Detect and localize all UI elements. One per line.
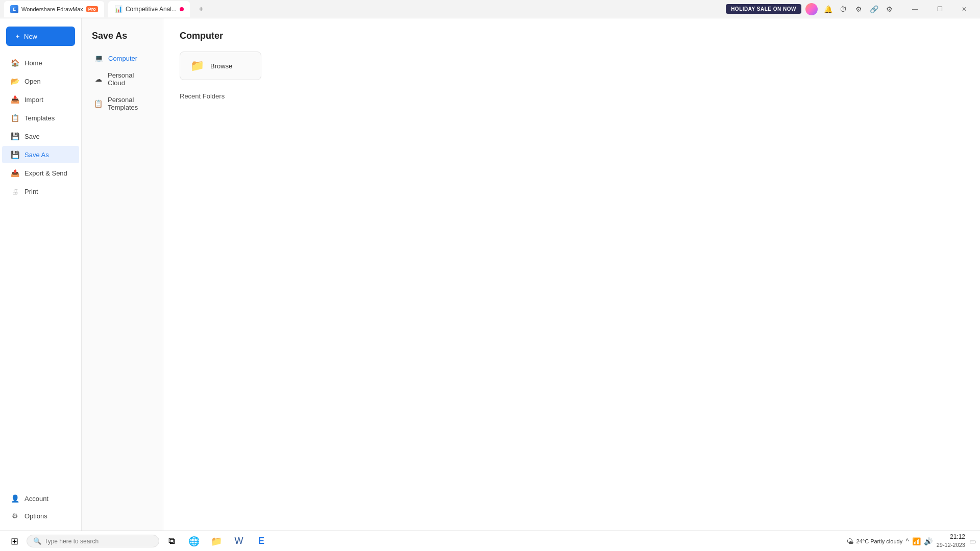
sidebar-item-export[interactable]: 📤 Export & Send bbox=[2, 164, 79, 182]
edge-icon: 🌐 bbox=[188, 536, 200, 547]
sidebar-label-account: Account bbox=[24, 495, 48, 503]
gear-icon[interactable]: ⚙ bbox=[852, 3, 865, 15]
sidebar-item-save-as[interactable]: 💾 Save As bbox=[2, 146, 79, 163]
secondary-sidebar: Save As 💻 Computer ☁ Personal Cloud 📋 Pe… bbox=[82, 18, 163, 531]
search-icon: 🔍 bbox=[33, 537, 41, 545]
bell-icon[interactable]: 🔔 bbox=[822, 3, 834, 15]
sidebar-label-templates: Templates bbox=[24, 114, 55, 122]
computer-icon: 💻 bbox=[94, 54, 103, 62]
weather-label: 24°C Partly cloudy bbox=[856, 538, 903, 544]
browse-label: Browse bbox=[210, 62, 232, 70]
settings-icon[interactable]: ⚙ bbox=[883, 3, 895, 15]
sidebar-bottom: 👤 Account ⚙ Options bbox=[0, 490, 81, 531]
new-button[interactable]: ＋ New bbox=[6, 27, 75, 46]
sidebar-nav: 🏠 Home 📂 Open 📥 Import 📋 Templates 💾 Sav… bbox=[0, 54, 81, 490]
chevron-up-icon[interactable]: ^ bbox=[905, 537, 909, 545]
taskbar-right: 🌤 24°C Partly cloudy ^ 📶 🔊 21:12 29-12-2… bbox=[846, 533, 976, 549]
browse-card[interactable]: 📁 Browse bbox=[180, 52, 261, 80]
share-icon[interactable]: 🔗 bbox=[868, 3, 880, 15]
main-area: ＋ New 🏠 Home 📂 Open 📥 Import 📋 Templates… bbox=[0, 18, 980, 531]
plus-icon: ＋ bbox=[14, 32, 21, 41]
clock-icon[interactable]: ⏱ bbox=[837, 3, 849, 15]
sec-nav-label-personal-cloud: Personal Cloud bbox=[108, 71, 151, 87]
time-display: 21:12 bbox=[937, 533, 965, 541]
templates-icon: 📋 bbox=[10, 114, 19, 122]
options-icon: ⚙ bbox=[10, 512, 19, 520]
recent-folders-title: Recent Folders bbox=[180, 92, 964, 100]
personal-templates-icon: 📋 bbox=[94, 99, 103, 108]
sidebar-label-import: Import bbox=[24, 96, 43, 104]
sidebar-item-account[interactable]: 👤 Account bbox=[2, 490, 79, 507]
app-logo-icon: E bbox=[10, 5, 18, 13]
time-block[interactable]: 21:12 29-12-2023 bbox=[937, 533, 965, 549]
sidebar-label-save-as: Save As bbox=[24, 151, 49, 159]
taskbar-left: ⊞ 🔍 ⧉ 🌐 📁 W E bbox=[4, 531, 272, 552]
taskbar-apps: ⧉ 🌐 📁 W E bbox=[161, 531, 272, 552]
doc-icon: 📊 bbox=[114, 5, 122, 13]
sidebar-label-print: Print bbox=[24, 188, 38, 195]
sidebar-label-home: Home bbox=[24, 59, 42, 67]
sidebar: ＋ New 🏠 Home 📂 Open 📥 Import 📋 Templates… bbox=[0, 18, 82, 531]
sidebar-item-import[interactable]: 📥 Import bbox=[2, 91, 79, 108]
network-icon[interactable]: 🌤 bbox=[846, 537, 853, 545]
sidebar-label-export: Export & Send bbox=[24, 169, 67, 177]
sidebar-item-home[interactable]: 🏠 Home bbox=[2, 54, 79, 71]
start-button[interactable]: ⊞ bbox=[4, 531, 24, 552]
titlebar-right: HOLIDAY SALE ON NOW 🔔 ⏱ ⚙ 🔗 ⚙ — ❐ ✕ bbox=[726, 1, 976, 17]
file-explorer-button[interactable]: 📁 bbox=[206, 531, 227, 552]
new-tab-button[interactable]: + bbox=[194, 2, 208, 16]
show-desktop-icon[interactable]: ▭ bbox=[969, 537, 976, 545]
task-view-button[interactable]: ⧉ bbox=[161, 531, 182, 552]
sidebar-item-options[interactable]: ⚙ Options bbox=[2, 507, 79, 524]
task-view-icon: ⧉ bbox=[168, 536, 175, 546]
word-icon: W bbox=[235, 536, 243, 546]
sec-nav-computer[interactable]: 💻 Computer bbox=[84, 49, 161, 67]
edge-button[interactable]: 🌐 bbox=[184, 531, 204, 552]
sec-nav-label-personal-templates: Personal Templates bbox=[108, 96, 151, 111]
titlebar-left: E Wondershare EdrawMax Pro 📊 Competitive… bbox=[4, 1, 208, 17]
sidebar-item-save[interactable]: 💾 Save bbox=[2, 128, 79, 145]
search-input[interactable] bbox=[44, 538, 146, 545]
holiday-sale-button[interactable]: HOLIDAY SALE ON NOW bbox=[726, 4, 801, 14]
unsaved-dot bbox=[180, 7, 184, 11]
edraw-icon: E bbox=[258, 536, 264, 546]
cloud-icon: ☁ bbox=[94, 75, 103, 83]
system-tray: 🌤 24°C Partly cloudy ^ 📶 🔊 bbox=[846, 537, 933, 545]
app-name-label: Wondershare EdrawMax bbox=[21, 6, 83, 12]
sidebar-item-templates[interactable]: 📋 Templates bbox=[2, 109, 79, 127]
word-button[interactable]: W bbox=[229, 531, 249, 552]
edraw-taskbar-button[interactable]: E bbox=[251, 531, 272, 552]
sidebar-label-save: Save bbox=[24, 133, 40, 140]
export-icon: 📤 bbox=[10, 169, 19, 177]
search-bar[interactable]: 🔍 bbox=[27, 535, 159, 547]
sec-nav-label-computer: Computer bbox=[108, 55, 137, 62]
plus-icon: + bbox=[199, 5, 203, 14]
minimize-button[interactable]: — bbox=[903, 1, 927, 17]
doc-tab[interactable]: 📊 Competitive Anal... bbox=[108, 1, 190, 17]
account-icon: 👤 bbox=[10, 494, 19, 503]
app-tab[interactable]: E Wondershare EdrawMax Pro bbox=[4, 1, 104, 17]
file-explorer-icon: 📁 bbox=[211, 536, 222, 547]
sidebar-label-options: Options bbox=[24, 512, 47, 520]
restore-button[interactable]: ❐ bbox=[928, 1, 951, 17]
sidebar-item-print[interactable]: 🖨 Print bbox=[2, 183, 79, 200]
avatar[interactable] bbox=[805, 3, 818, 15]
top-icons: 🔔 ⏱ ⚙ 🔗 ⚙ bbox=[822, 3, 895, 15]
pro-badge: Pro bbox=[86, 6, 98, 12]
network-status-icon[interactable]: 📶 bbox=[912, 537, 921, 545]
sec-nav-personal-templates[interactable]: 📋 Personal Templates bbox=[84, 91, 161, 116]
windows-icon: ⊞ bbox=[11, 536, 18, 547]
doc-tab-label: Competitive Anal... bbox=[126, 6, 177, 13]
save-icon: 💾 bbox=[10, 132, 19, 140]
close-button[interactable]: ✕ bbox=[952, 1, 976, 17]
date-display: 29-12-2023 bbox=[937, 541, 965, 549]
content-title: Computer bbox=[180, 31, 964, 41]
sidebar-item-open[interactable]: 📂 Open bbox=[2, 72, 79, 90]
save-as-title: Save As bbox=[82, 27, 163, 49]
sec-nav-personal-cloud[interactable]: ☁ Personal Cloud bbox=[84, 67, 161, 91]
new-button-label: New bbox=[24, 33, 37, 40]
print-icon: 🖨 bbox=[10, 187, 19, 195]
volume-icon[interactable]: 🔊 bbox=[924, 537, 933, 545]
sidebar-label-open: Open bbox=[24, 78, 41, 85]
save-as-icon: 💾 bbox=[10, 151, 19, 159]
